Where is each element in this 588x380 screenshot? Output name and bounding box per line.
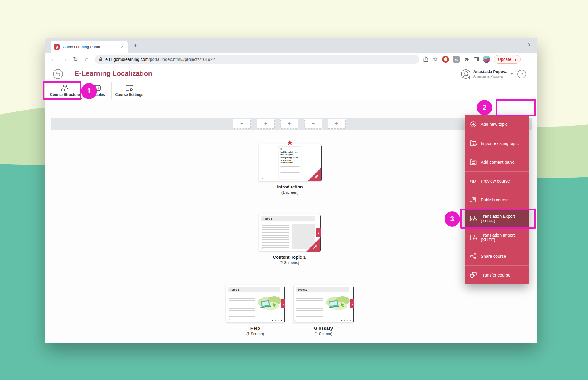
menu-item-publish-course[interactable]: Publish course — [465, 190, 529, 209]
extensions-puzzle-icon[interactable] — [464, 56, 470, 62]
course-tab-strip: Course Structure Variables Course Settin… — [45, 82, 537, 99]
menu-item-import-existing-topic[interactable]: Import existing topic — [465, 134, 529, 153]
annotation-step-2: 2 — [477, 100, 492, 115]
thumb-heading: Topic 1 — [296, 287, 349, 292]
browser-tab-title: Gomo Learning Portal — [63, 45, 120, 49]
back-to-projects-button[interactable] — [53, 69, 63, 79]
publish-icon — [470, 196, 477, 203]
add-topic-placeholder[interactable]: + — [304, 119, 322, 129]
next-screen-arrow[interactable]: › — [350, 299, 354, 308]
new-tab-button[interactable]: + — [133, 43, 137, 49]
edit-corner[interactable] — [308, 168, 321, 181]
add-topic-strip: + + + + + — [51, 118, 532, 130]
edit-corner[interactable] — [306, 238, 320, 252]
transfer-monitors-icon — [470, 272, 477, 279]
undo-arrow-icon — [55, 72, 61, 76]
topic-card-help[interactable]: Topic 1 › ↩● ≡ ○ ● He — [226, 285, 285, 336]
help-button[interactable]: ? — [517, 70, 526, 78]
browser-url-bar: ← → ↻ ⌂ eu1.gomolearning.com/portal/inde… — [45, 53, 537, 66]
annotation-step-1: 1 — [81, 83, 97, 99]
tab-course-settings[interactable]: Course Settings — [112, 82, 147, 99]
thumb-footer-icons: ● ≡ ○ ● — [272, 319, 283, 321]
menu-item-transfer-course[interactable]: Transfer course — [465, 265, 529, 284]
menu-item-add-content-bank[interactable]: Add content bank — [465, 153, 529, 171]
user-menu[interactable]: Anastasia Popova Anastasia Popova ▾ ? — [461, 68, 526, 80]
url-path: /portal/index.html#/projects/161922 — [149, 57, 215, 62]
introduction-thumbnail: In this guide, we will tell you everythi… — [279, 146, 301, 179]
as-extension-icon[interactable]: as — [453, 56, 460, 63]
url-host: eu1.gomolearning.com — [105, 57, 149, 62]
topic-card-content-topic-1[interactable]: Topic 1 › ↩ Content Topic 1 (2 Screens) — [259, 214, 320, 265]
highlight-box-translation-export — [460, 209, 536, 229]
card-screen-count: (1 Screen) — [293, 332, 353, 336]
pencil-icon — [313, 245, 318, 249]
app-header: E-Learning Localization Anastasia Popova… — [45, 66, 537, 82]
tab-close-icon[interactable]: × — [120, 44, 125, 49]
lock-icon — [99, 57, 103, 61]
gomo-favicon: g — [54, 44, 60, 50]
document-import-icon — [470, 234, 477, 241]
menu-item-translation-import[interactable]: Translation Import (XLIFF) — [465, 228, 529, 247]
url-text: eu1.gomolearning.com/portal/index.html#/… — [105, 57, 215, 62]
highlight-box-course-structure — [43, 81, 81, 100]
tab-search-chevron-icon[interactable]: ∨ — [528, 42, 531, 47]
browser-window: g Gomo Learning Portal × + ∨ ← → ↻ ⌂ eu1… — [45, 38, 537, 343]
thumb-footer-icons: ● ≡ ○ ● — [340, 319, 351, 321]
thumb-heading: Topic 1 — [261, 216, 315, 221]
thumb-heading: Topic 1 — [228, 287, 280, 292]
menu-item-share-course[interactable]: Share course — [465, 247, 529, 265]
card-title: Help — [226, 326, 285, 331]
next-screen-arrow[interactable]: › — [316, 228, 321, 237]
card-screen-count: (1 screen) — [259, 190, 321, 195]
bookmark-star-icon[interactable]: ☆ — [432, 56, 438, 63]
annotation-step-3: 3 — [445, 211, 460, 227]
folder-import-icon — [470, 140, 477, 147]
card-screen-count: (1 Screen) — [226, 332, 285, 336]
user-caret-icon: ▾ — [511, 72, 513, 76]
back-icon[interactable]: ← — [48, 56, 59, 63]
home-icon[interactable]: ⌂ — [81, 56, 92, 63]
browser-menu-dots-icon[interactable]: ⋮ — [514, 57, 518, 62]
thumb-logo — [281, 148, 300, 150]
folder-image-icon — [470, 159, 477, 166]
undo-icon: ↩ — [261, 178, 263, 180]
user-subtitle: Anastasia Popova — [473, 74, 507, 79]
undo-icon: ↩ — [228, 319, 230, 322]
eye-icon — [470, 178, 477, 185]
pencil-icon — [314, 174, 319, 179]
topic-card-glossary[interactable]: Topic 1 › ↩● ≡ ○ ● Gl — [293, 285, 353, 336]
browser-tab[interactable]: g Gomo Learning Portal × — [51, 41, 128, 53]
actions-dropdown-menu: Add new topic Import existing topic Add … — [465, 115, 529, 284]
topic-illustration — [325, 294, 350, 313]
adblock-extension-icon[interactable] — [442, 56, 449, 63]
browser-tab-bar: g Gomo Learning Portal × + ∨ — [45, 38, 537, 53]
profile-avatar[interactable] — [483, 56, 490, 63]
reload-icon[interactable]: ↻ — [70, 56, 81, 63]
add-topic-placeholder[interactable]: + — [280, 119, 298, 129]
highlight-box-actions — [496, 99, 536, 116]
course-title: E-Learning Localization — [75, 70, 152, 78]
card-title: Content Topic 1 — [259, 255, 320, 260]
address-bar[interactable]: eu1.gomolearning.com/portal/index.html#/… — [95, 55, 419, 64]
plus-circle-icon — [470, 121, 477, 128]
chrome-update-button[interactable]: Update ⋮ — [494, 55, 521, 64]
undo-icon: ↩ — [261, 248, 263, 250]
card-title: Introduction — [259, 184, 321, 189]
topic-card-introduction[interactable]: ★ In this guide, we will tell you everyt… — [259, 144, 321, 195]
menu-item-preview-course[interactable]: Preview course — [465, 171, 529, 190]
add-topic-placeholder[interactable]: + — [328, 119, 346, 129]
card-title: Glossary — [293, 326, 353, 331]
undo-icon: ↩ — [295, 319, 298, 322]
share-nodes-icon — [470, 253, 477, 260]
forward-icon[interactable]: → — [59, 56, 70, 63]
user-avatar-icon — [461, 69, 470, 79]
starred-topic-icon: ★ — [286, 139, 293, 146]
share-icon[interactable] — [423, 56, 428, 62]
user-name: Anastasia Popova — [473, 69, 507, 74]
add-topic-placeholder[interactable]: + — [257, 119, 275, 129]
side-panel-icon[interactable] — [474, 57, 479, 61]
next-screen-arrow[interactable]: › — [281, 299, 285, 308]
menu-item-add-new-topic[interactable]: Add new topic — [465, 115, 529, 134]
add-topic-placeholder[interactable]: + — [233, 119, 251, 129]
course-settings-icon — [125, 85, 133, 92]
